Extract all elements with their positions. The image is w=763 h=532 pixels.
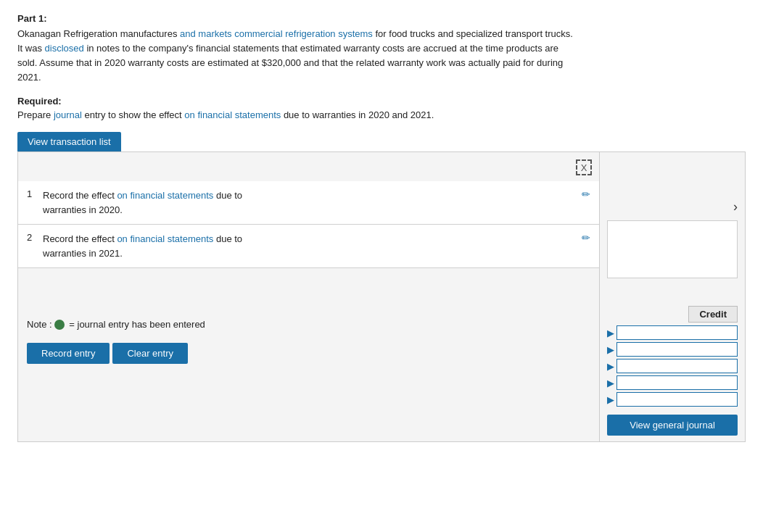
t2-normal1: Record the effect bbox=[43, 233, 117, 244]
transaction-text-1: Record the effect on financial statement… bbox=[43, 188, 574, 217]
credit-arrow-5: ▶ bbox=[607, 394, 614, 405]
t1-normal2: due to bbox=[213, 190, 242, 201]
record-entry-button[interactable]: Record entry bbox=[27, 343, 110, 364]
intro-sentence3: sold. Assume that in 2020 warranty costs… bbox=[17, 57, 563, 68]
credit-input-row-4: ▶ bbox=[607, 375, 738, 390]
x-icon-row: X bbox=[18, 159, 599, 175]
right-panel: › Credit ▶ ▶ ▶ bbox=[600, 152, 745, 441]
intro-sentence2-normal2: in notes to the company's financial stat… bbox=[84, 43, 558, 54]
credit-input-1[interactable] bbox=[616, 325, 738, 340]
clear-entry-button[interactable]: Clear entry bbox=[112, 343, 188, 364]
transaction-row-1[interactable]: 1 Record the effect on financial stateme… bbox=[18, 181, 599, 225]
t1-normal1: Record the effect bbox=[43, 190, 117, 201]
green-dot-icon bbox=[54, 320, 65, 330]
req-normal3: due to warranties in 2020 and 2021. bbox=[281, 109, 434, 120]
t1-normal3: warranties in 2020. bbox=[43, 204, 123, 215]
main-panel: X 1 Record the effect on financial state… bbox=[17, 151, 746, 442]
credit-input-4[interactable] bbox=[616, 375, 738, 390]
left-panel: X 1 Record the effect on financial state… bbox=[18, 152, 600, 441]
right-top-box bbox=[607, 220, 738, 278]
credit-arrow-1: ▶ bbox=[607, 328, 614, 338]
buttons-row: Record entry Clear entry bbox=[18, 337, 599, 370]
credit-arrow-3: ▶ bbox=[607, 361, 614, 372]
t1-blue1: on financial statements bbox=[117, 190, 213, 201]
credit-section: Credit ▶ ▶ ▶ ▶ bbox=[600, 306, 745, 409]
req-normal1: Prepare bbox=[17, 109, 54, 120]
intro-sentence2-blue1: disclosed bbox=[45, 43, 84, 54]
note-row: Note : = journal entry has been entered bbox=[18, 312, 599, 337]
intro-sentence2-normal1: It was bbox=[17, 43, 45, 54]
t2-blue1: on financial statements bbox=[117, 233, 213, 244]
intro-text: Okanagan Refrigeration manufactures and … bbox=[17, 27, 746, 86]
credit-input-3[interactable] bbox=[616, 359, 738, 373]
credit-input-row-1: ▶ bbox=[607, 325, 738, 340]
credit-input-row-2: ▶ bbox=[607, 342, 738, 357]
credit-input-row-5: ▶ bbox=[607, 392, 738, 407]
credit-header: Credit bbox=[688, 306, 738, 323]
credit-arrow-4: ▶ bbox=[607, 378, 614, 388]
transaction-text-2: Record the effect on financial statement… bbox=[43, 232, 574, 260]
req-blue1: journal bbox=[54, 109, 82, 120]
credit-input-row-3: ▶ bbox=[607, 359, 738, 373]
note-label: Note : bbox=[27, 319, 54, 330]
part-label: Part 1: bbox=[17, 13, 746, 24]
required-label: Required: bbox=[17, 96, 746, 107]
intro-sentence1-normal2: for food trucks and specialized transpor… bbox=[373, 28, 573, 39]
view-transaction-button[interactable]: View transaction list bbox=[17, 132, 121, 151]
x-icon-label: X bbox=[581, 162, 587, 173]
view-general-journal-button[interactable]: View general journal bbox=[607, 415, 738, 436]
left-spacer bbox=[18, 268, 599, 312]
pencil-icon-1[interactable]: ✏ bbox=[582, 188, 590, 200]
chevron-right-icon[interactable]: › bbox=[733, 199, 738, 215]
t2-normal2: due to bbox=[213, 233, 242, 244]
intro-sentence1-normal1: Okanagan Refrigeration manufactures bbox=[17, 28, 180, 39]
transaction-num-2: 2 bbox=[27, 232, 37, 243]
transaction-num-1: 1 bbox=[27, 188, 37, 199]
credit-input-5[interactable] bbox=[616, 392, 738, 407]
t2-normal3: warranties in 2021. bbox=[43, 248, 123, 259]
intro-sentence4: 2021. bbox=[17, 72, 41, 83]
req-normal2: entry to show the effect bbox=[82, 109, 184, 120]
transaction-row-2[interactable]: 2 Record the effect on financial stateme… bbox=[18, 225, 599, 268]
pencil-icon-2[interactable]: ✏ bbox=[582, 232, 590, 244]
x-icon[interactable]: X bbox=[576, 159, 592, 175]
credit-input-2[interactable] bbox=[616, 342, 738, 357]
note-text: = journal entry has been entered bbox=[69, 319, 205, 330]
credit-arrow-2: ▶ bbox=[607, 344, 614, 355]
required-text: Prepare journal entry to show the effect… bbox=[17, 108, 746, 122]
req-blue2: on financial statements bbox=[184, 109, 281, 120]
intro-sentence1-blue: and markets commercial refrigeration sys… bbox=[180, 28, 373, 39]
credit-label-row: Credit bbox=[600, 306, 745, 323]
credit-rows: ▶ ▶ ▶ ▶ ▶ bbox=[607, 325, 738, 407]
chevron-area: › bbox=[600, 159, 745, 215]
